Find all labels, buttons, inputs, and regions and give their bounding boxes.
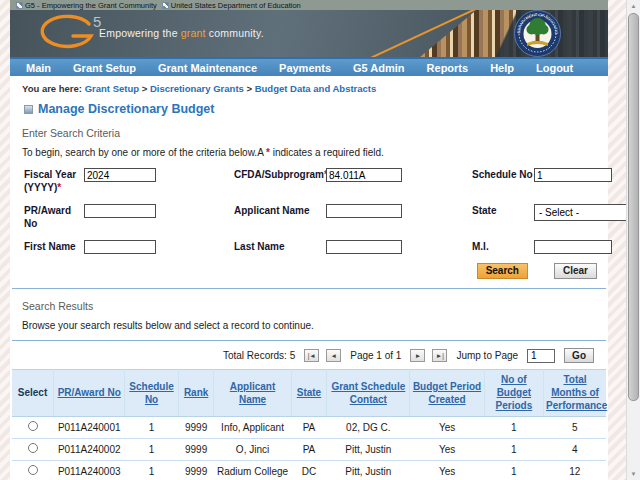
- scroll-up-icon[interactable]: ▲: [627, 0, 640, 12]
- banner: 5 Empowering the grant community. DEPART…: [10, 10, 608, 57]
- fiscal-year-label: Fiscal Year (YYYY)*: [24, 168, 84, 194]
- cell-pr-award-no: P011A240001: [54, 417, 125, 439]
- column-header-grant-schedule-contact[interactable]: Grant Schedule Contact: [331, 381, 405, 405]
- column-header-total-months[interactable]: Total Months of Performance: [546, 374, 607, 411]
- column-header-rank[interactable]: Rank: [184, 387, 208, 398]
- cell-total-months: 4: [544, 439, 606, 461]
- education-seal-logo: DEPARTMENT OF EDUCATION: [514, 10, 561, 57]
- nav-item-main[interactable]: Main: [10, 62, 62, 74]
- select-record-radio[interactable]: [28, 465, 38, 475]
- column-header-pr-award-no[interactable]: PR/Award No: [58, 387, 121, 398]
- results-instructions: Browse your search results below and sel…: [10, 312, 608, 331]
- cell-no-of-budget-periods: 1: [484, 439, 543, 461]
- frame-title-text: United States Department of Education: [171, 1, 301, 10]
- first-name-input[interactable]: [84, 240, 156, 254]
- nav-item-reports[interactable]: Reports: [416, 62, 480, 74]
- clear-button[interactable]: Clear: [554, 263, 597, 279]
- cell-state: DC: [291, 461, 327, 480]
- nav-item-grant-maintenance[interactable]: Grant Maintenance: [147, 62, 268, 74]
- nav-item-payments[interactable]: Payments: [268, 62, 342, 74]
- middle-initial-input[interactable]: [534, 240, 612, 254]
- results-section-title: Search Results: [10, 289, 608, 312]
- column-header-state[interactable]: State: [297, 387, 321, 398]
- cell-rank: 9999: [178, 439, 214, 461]
- cell-applicant-name: O, Jinci: [214, 439, 291, 461]
- broken-image-icon: [16, 2, 23, 9]
- table-row: P011A240002 1 9999 O, Jinci PA Pitt, Jus…: [12, 439, 606, 461]
- nav-item-g5-admin[interactable]: G5 Admin: [342, 62, 416, 74]
- cell-applicant-name: Info, Applicant: [214, 417, 291, 439]
- page-title: Manage Discretionary Budget: [10, 96, 608, 116]
- column-header-budget-period-created[interactable]: Budget Period Created: [413, 381, 481, 405]
- breadcrumb-prefix: You are here:: [22, 83, 82, 94]
- jump-to-page-input[interactable]: [527, 349, 555, 363]
- breadcrumb-link-discretionary-grants[interactable]: Discretionary Grants: [150, 83, 244, 94]
- table-row: P011A240001 1 9999 Info, Applicant PA 02…: [12, 417, 606, 439]
- column-header-schedule-no[interactable]: Schedule No: [129, 381, 173, 405]
- applicant-name-label: Applicant Name: [234, 204, 326, 218]
- cell-schedule-no: 1: [125, 417, 178, 439]
- fiscal-year-input[interactable]: [84, 168, 156, 182]
- results-table: Select PR/Award No Schedule No Rank Appl…: [12, 369, 606, 480]
- table-header-row: Select PR/Award No Schedule No Rank Appl…: [12, 370, 606, 417]
- column-header-applicant-name[interactable]: Applicant Name: [230, 381, 276, 405]
- cell-rank: 9999: [178, 417, 214, 439]
- scrollbar-thumb[interactable]: [628, 13, 639, 401]
- cfda-subprogram-label: CFDA/Subprogram*: [234, 168, 326, 182]
- nav-item-grant-setup[interactable]: Grant Setup: [62, 62, 147, 74]
- go-button[interactable]: Go: [564, 348, 594, 363]
- search-button[interactable]: Search: [477, 263, 528, 279]
- select-record-radio[interactable]: [28, 443, 38, 453]
- state-select[interactable]: - Select -: [534, 204, 640, 221]
- broken-image-icon: [162, 2, 169, 9]
- cell-budget-period-created: Yes: [410, 417, 484, 439]
- first-page-button[interactable]: |◄: [304, 349, 319, 362]
- page-title-text: Manage Discretionary Budget: [38, 102, 214, 116]
- total-records: Total Records: 5: [223, 350, 295, 361]
- frame-title-1: G5 - Empowering the Grant Community: [16, 1, 157, 10]
- page-title-icon: [24, 105, 33, 114]
- last-page-button[interactable]: ►|: [432, 349, 447, 362]
- pr-award-no-label: PR/Award No: [24, 204, 84, 230]
- table-row: P011A240003 1 9999 Radium College DC Pit…: [12, 461, 606, 480]
- previous-page-button[interactable]: ◄: [326, 349, 341, 362]
- last-name-input[interactable]: [326, 240, 402, 254]
- nav-item-logout[interactable]: Logout: [525, 62, 584, 74]
- cfda-subprogram-input[interactable]: [326, 168, 402, 182]
- search-form: Fiscal Year (YYYY)* CFDA/Subprogram* Sch…: [10, 158, 608, 254]
- cell-state: PA: [291, 417, 327, 439]
- cell-grant-schedule-contact: Pitt, Justin: [327, 439, 410, 461]
- breadcrumb-link-budget-data[interactable]: Budget Data and Abstracts: [255, 83, 377, 94]
- cell-no-of-budget-periods: 1: [484, 461, 543, 480]
- breadcrumb-separator: >: [247, 83, 253, 94]
- pagination-top: Total Records: 5 |◄ ◄ Page 1 of 1 ► ►| J…: [10, 341, 608, 369]
- jump-to-page-label: Jump to Page: [456, 350, 518, 361]
- scroll-down-icon[interactable]: ▼: [627, 468, 640, 480]
- state-label: State: [472, 204, 534, 218]
- schedule-no-input[interactable]: [534, 168, 612, 182]
- middle-initial-label: M.I.: [472, 240, 534, 254]
- instructions-prefix: To begin, search by one or more of the c…: [22, 147, 266, 158]
- vertical-scrollbar[interactable]: ▲ ▼: [626, 0, 640, 480]
- application-window: G5 - Empowering the Grant Community Unit…: [0, 0, 640, 480]
- applicant-name-input[interactable]: [326, 204, 402, 218]
- cell-budget-period-created: Yes: [410, 461, 484, 480]
- frame-title-strip: G5 - Empowering the Grant Community Unit…: [10, 0, 608, 10]
- select-record-radio[interactable]: [28, 421, 38, 431]
- search-instructions: To begin, search by one or more of the c…: [10, 139, 608, 158]
- cell-grant-schedule-contact: Pitt, Justin: [327, 461, 410, 480]
- last-name-label: Last Name: [234, 240, 326, 254]
- pr-award-no-input[interactable]: [84, 204, 156, 218]
- breadcrumb-link-grant-setup[interactable]: Grant Setup: [85, 83, 139, 94]
- column-header-no-of-budget-periods[interactable]: No of Budget Periods: [496, 374, 533, 411]
- cell-total-months: 12: [544, 461, 606, 480]
- search-section-title: Enter Search Criteria: [10, 116, 608, 139]
- tagline-suffix: community.: [206, 27, 264, 39]
- next-page-button[interactable]: ►: [410, 349, 425, 362]
- nav-item-help[interactable]: Help: [479, 62, 525, 74]
- banner-tagline: Empowering the grant community.: [99, 27, 264, 39]
- first-name-label: First Name: [24, 240, 84, 254]
- cell-schedule-no: 1: [125, 461, 178, 480]
- cell-budget-period-created: Yes: [410, 439, 484, 461]
- cell-grant-schedule-contact: 02, DG C.: [327, 417, 410, 439]
